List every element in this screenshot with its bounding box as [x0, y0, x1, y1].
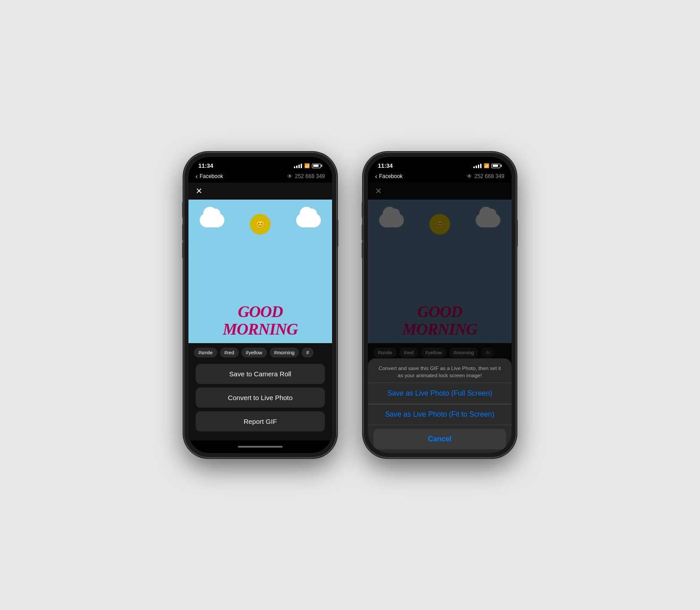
- bar3r: [478, 165, 479, 168]
- home-indicator-left: [188, 440, 332, 453]
- wifi-icon-right: 📶: [484, 163, 489, 168]
- bar1: [294, 166, 295, 168]
- save-live-fit-button[interactable]: Save as Live Photo (Fit to Screen): [368, 404, 512, 425]
- phone-right-inner: 11:34 📶: [368, 157, 512, 453]
- back-button-right[interactable]: ‹ Facebook: [375, 173, 402, 180]
- chevron-icon-right: ‹: [375, 173, 377, 180]
- sun-face-left: 😊: [250, 214, 271, 235]
- back-label-right: Facebook: [379, 173, 403, 179]
- wifi-icon: 📶: [304, 163, 310, 168]
- bar3: [298, 165, 300, 168]
- home-bar-left: [238, 446, 283, 448]
- notch-left: [231, 157, 289, 169]
- view-count-left: 👁 252 668 349: [287, 173, 325, 179]
- signal-icon-right: [473, 164, 481, 168]
- gif-area-left: 😊 GOOD MORNING: [188, 200, 332, 343]
- overlay-cancel-button[interactable]: Cancel: [373, 429, 506, 449]
- save-camera-roll-button[interactable]: Save to Camera Roll: [196, 364, 325, 384]
- gif-text-left: GOOD MORNING: [223, 303, 298, 339]
- signal-icon: [294, 164, 302, 168]
- tag-morning-r: #morning: [449, 348, 479, 357]
- gif-background-right: 😊 GOOD MORNING: [368, 200, 512, 343]
- tag-yellow-r: #yellow: [421, 348, 446, 357]
- sun-scene-left: 😊: [193, 209, 328, 240]
- view-count-right: 👁 252 668 349: [467, 173, 504, 179]
- tag-red[interactable]: #red: [220, 348, 239, 357]
- report-gif-button[interactable]: Report GIF: [196, 411, 325, 431]
- status-icons-right: 📶: [473, 163, 502, 168]
- notch-right: [411, 157, 469, 169]
- gif-text-right: GOOD MORNING: [402, 303, 477, 339]
- tag-red-r: #red: [399, 348, 418, 357]
- view-count-text-left: 252 668 349: [295, 173, 325, 179]
- gif-area-right: 😊 GOOD MORNING: [368, 200, 512, 343]
- battery-icon-right: [491, 164, 502, 168]
- overlay-title: Convert and save this GIF as a Live Phot…: [368, 358, 512, 383]
- header-left: ✕: [188, 183, 332, 200]
- tag-more-r: #c: [481, 348, 495, 357]
- sun-face-right: 😊: [429, 214, 450, 235]
- app-content-left: ✕ 😊: [188, 183, 332, 440]
- cloud-left-2: [296, 213, 321, 227]
- time-left: 11:34: [198, 162, 213, 169]
- time-right: 11:34: [378, 162, 393, 169]
- phone-right: 11:34 📶: [363, 152, 516, 458]
- cloud-right-1: [379, 213, 404, 227]
- smiley-right: 😊: [435, 220, 444, 229]
- close-button-left[interactable]: ✕: [196, 186, 202, 196]
- live-photo-overlay: Convert and save this GIF as a Live Phot…: [368, 358, 512, 453]
- cloud-right-2: [476, 213, 500, 227]
- close-button-right: ✕: [375, 186, 382, 196]
- sun-scene-right: 😊: [372, 209, 507, 240]
- bar4: [301, 164, 302, 168]
- nav-bar-right: ‹ Facebook 👁 252 668 349: [368, 171, 512, 183]
- tag-smile[interactable]: #smile: [194, 348, 217, 357]
- battery-icon: [312, 164, 322, 168]
- header-right: ✕: [368, 183, 512, 200]
- back-button-left[interactable]: ‹ Facebook: [196, 173, 223, 180]
- cloud-left-1: [200, 213, 224, 227]
- save-live-full-button[interactable]: Save as Live Photo (Full Screen): [368, 383, 512, 404]
- eye-icon-right: 👁: [467, 173, 472, 179]
- bar2: [296, 166, 298, 168]
- sun-right: 😊: [424, 209, 455, 240]
- sun-left: 😊: [245, 209, 276, 240]
- action-buttons-left: Save to Camera Roll Convert to Live Phot…: [188, 362, 332, 433]
- back-label-left: Facebook: [200, 173, 223, 179]
- scene: 11:34 📶: [166, 135, 534, 475]
- view-count-text-right: 252 668 349: [474, 173, 504, 179]
- status-icons-left: 📶: [294, 163, 322, 168]
- nav-bar-left: ‹ Facebook 👁 252 668 349: [188, 171, 332, 183]
- tags-row-left: #smile #red #yellow #morning #: [188, 343, 332, 362]
- phone-left: 11:34 📶: [184, 152, 337, 458]
- cancel-button-left[interactable]: Cancel: [188, 434, 332, 440]
- chevron-icon: ‹: [196, 173, 198, 180]
- tag-morning[interactable]: #morning: [270, 348, 299, 357]
- smiley-left: 😊: [256, 220, 265, 229]
- gif-background-left: 😊 GOOD MORNING: [188, 200, 332, 343]
- bar1r: [473, 166, 475, 168]
- tag-smile-r: #smile: [373, 348, 397, 357]
- convert-live-photo-button[interactable]: Convert to Live Photo: [196, 388, 325, 408]
- phone-left-inner: 11:34 📶: [188, 157, 332, 453]
- bar2r: [476, 166, 477, 168]
- tag-more[interactable]: #: [302, 348, 313, 357]
- bar4r: [480, 164, 481, 168]
- eye-icon: 👁: [287, 173, 293, 179]
- tag-yellow[interactable]: #yellow: [241, 348, 267, 357]
